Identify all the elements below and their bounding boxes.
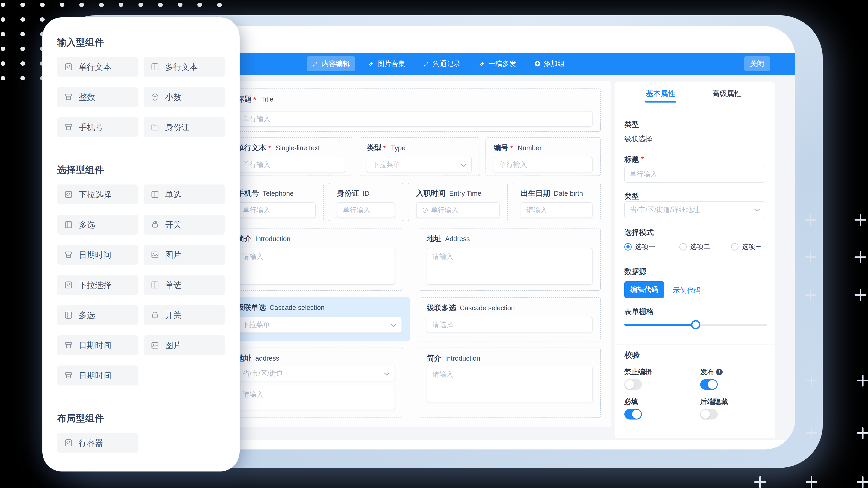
- sidebar-section: 输入型组件单行文本多行文本整数小数手机号身份证: [57, 36, 225, 137]
- field-input[interactable]: 单行输入: [337, 202, 395, 218]
- sidebar-item-label: 图片: [165, 249, 182, 261]
- divider: [615, 103, 775, 103]
- tab-advanced-properties[interactable]: 高级属性: [712, 89, 742, 99]
- sidebar-item-小数[interactable]: 小数: [144, 87, 225, 107]
- form-field-title[interactable]: 标题*Title单行输入: [229, 89, 601, 132]
- toggle-knob: [625, 380, 634, 389]
- close-button[interactable]: 关闭: [744, 56, 770, 71]
- toggle-发布[interactable]: [700, 379, 718, 390]
- field-label: 类型*Type: [367, 143, 406, 153]
- sidebar-item-日期时间[interactable]: 日期时间: [57, 245, 138, 265]
- sidebar-item-多行文本[interactable]: 多行文本: [144, 57, 225, 77]
- form-field-address[interactable]: 地址address省/市/区/街道请输入: [229, 348, 403, 418]
- sidebar-item-图片[interactable]: 图片: [144, 335, 225, 355]
- tab-basic-properties[interactable]: 基本属性: [646, 89, 675, 99]
- sidebar-item-单选[interactable]: 单选: [144, 185, 225, 204]
- code-icon: [64, 62, 73, 71]
- field-textarea[interactable]: 请输入: [427, 366, 592, 402]
- info-icon[interactable]: !: [716, 369, 723, 375]
- field-textarea[interactable]: 请输入: [427, 248, 592, 285]
- switch-label-禁止编辑: 禁止编辑: [624, 367, 652, 377]
- sidebar-item-单行文本[interactable]: 单行文本: [57, 57, 138, 77]
- field-select[interactable]: 下拉菜单: [367, 157, 472, 172]
- sidebar-item-label: 图片: [165, 340, 182, 351]
- slider-fill: [624, 324, 696, 326]
- form-field-single-line-text[interactable]: 单行文本*Single-line text单行输入: [229, 137, 353, 176]
- slider-thumb[interactable]: [691, 320, 701, 329]
- field-textarea[interactable]: 请输入: [237, 248, 395, 285]
- dot-decoration: [21, 76, 25, 80]
- sidebar-item-整数[interactable]: 整数: [57, 87, 138, 107]
- properties-panel: 基本属性 高级属性 类型 级联选择 标题 * 单行输入 类型 省/市/区/街道/…: [615, 82, 775, 438]
- field-input[interactable]: 单行输入: [237, 202, 316, 218]
- panel-type-select[interactable]: 省/市/区/街道/详细地址: [624, 201, 765, 218]
- form-field-cascade-selection[interactable]: 级联单选Cascade selection下拉菜单: [229, 297, 410, 341]
- form-field-cascade-selection[interactable]: 级联多选Cascade selection请选择: [418, 297, 601, 341]
- toggle-禁止编辑[interactable]: [624, 379, 642, 390]
- field-label-en: Telephone: [262, 190, 293, 197]
- radio-选项一[interactable]: 选项一: [624, 242, 659, 251]
- scene: 内容编辑图片合集沟通记录一稿多发添加组 关闭 标题*Title单行输入单行文本*…: [0, 0, 868, 488]
- sidebar-item-图片[interactable]: 图片: [144, 245, 225, 265]
- toggle-必填[interactable]: [624, 409, 642, 420]
- dot-decoration: [40, 3, 45, 7]
- field-input[interactable]: 单行输入: [416, 202, 500, 218]
- toggle-后端隐藏[interactable]: [700, 409, 718, 420]
- field-input[interactable]: 请输入: [521, 202, 592, 218]
- image-icon: [151, 341, 159, 350]
- field-label-zh: 入职时间: [416, 188, 445, 198]
- header-tab-沟通记录[interactable]: 沟通记录: [418, 56, 466, 71]
- cube-icon: [151, 93, 159, 101]
- form-field-id[interactable]: 身份证ID单行输入: [329, 183, 403, 221]
- header-tab-一稿多发[interactable]: 一稿多发: [473, 56, 521, 71]
- radio-选项二[interactable]: 选项二: [679, 242, 714, 251]
- form-field-address[interactable]: 地址Address请输入: [418, 228, 601, 291]
- radio-选项三[interactable]: 选项三: [731, 242, 766, 251]
- header-tab-添加组[interactable]: 添加组: [529, 56, 570, 71]
- form-field-telephone[interactable]: 手机号Telephone单行输入: [229, 183, 324, 221]
- form-field-number[interactable]: 编号*Number单行输入: [486, 137, 601, 176]
- field-select[interactable]: 省/市/区/街道: [237, 366, 395, 381]
- sidebar-item-下拉选择[interactable]: 下拉选择: [57, 185, 138, 204]
- plus-decoration: [857, 476, 868, 488]
- field-label-zh: 级联多选: [427, 303, 456, 313]
- dot-decoration: [217, 3, 222, 7]
- sidebar-item-下拉选择[interactable]: 下拉选择: [57, 275, 138, 295]
- sidebar-item-开关[interactable]: 开关: [144, 305, 225, 325]
- form-field-entry-time[interactable]: 入职时间Entry Time单行输入: [408, 183, 508, 221]
- form-field-introduction[interactable]: 简介Introduction请输入: [229, 228, 403, 291]
- sidebar-item-日期时间[interactable]: 日期时间: [57, 365, 138, 386]
- required-star: *: [268, 144, 271, 153]
- header-tab-内容编辑[interactable]: 内容编辑: [307, 56, 355, 71]
- form-field-date-birth[interactable]: 出生日期Date birth请输入: [513, 183, 601, 221]
- field-label-zh: 单行文本: [237, 143, 266, 153]
- sidebar-item-开关[interactable]: 开关: [144, 215, 225, 235]
- field-input[interactable]: 请选择: [427, 317, 592, 332]
- field-label: 入职时间Entry Time: [416, 188, 482, 198]
- form-grid-slider[interactable]: [624, 320, 767, 329]
- sidebar-item-手机号[interactable]: 手机号: [57, 117, 138, 137]
- field-detail-input[interactable]: 请输入: [237, 386, 395, 410]
- edit-code-button[interactable]: 编辑代码: [624, 281, 664, 298]
- field-input[interactable]: 单行输入: [494, 157, 592, 172]
- sidebar-item-label: 日期时间: [79, 370, 111, 381]
- field-label: 级联多选Cascade selection: [427, 303, 515, 313]
- code-icon: [64, 190, 73, 199]
- header-tab-label: 内容编辑: [322, 59, 350, 68]
- sample-code-link[interactable]: 示例代码: [673, 286, 701, 295]
- form-field-type[interactable]: 类型*Type下拉菜单: [359, 137, 480, 176]
- field-input[interactable]: 单行输入: [237, 111, 592, 127]
- sidebar-item-日期时间[interactable]: 日期时间: [57, 335, 138, 355]
- form-field-introduction[interactable]: 简介Introduction请输入: [418, 348, 601, 418]
- field-input[interactable]: 单行输入: [237, 157, 345, 172]
- sidebar-item-单选[interactable]: 单选: [144, 275, 225, 295]
- sidebar-item-身份证[interactable]: 身份证: [144, 117, 225, 137]
- field-select[interactable]: 下拉菜单: [237, 317, 402, 333]
- sidebar-item-多选[interactable]: 多选: [57, 215, 138, 235]
- panel-title-input[interactable]: 单行输入: [624, 166, 765, 183]
- sidebar-item-行容器[interactable]: 行容器: [57, 433, 138, 453]
- sidebar-item-label: 单选: [165, 189, 182, 200]
- sidebar-item-多选[interactable]: 多选: [57, 305, 138, 325]
- plus-decoration: [855, 214, 866, 226]
- header-tab-图片合集[interactable]: 图片合集: [362, 56, 410, 71]
